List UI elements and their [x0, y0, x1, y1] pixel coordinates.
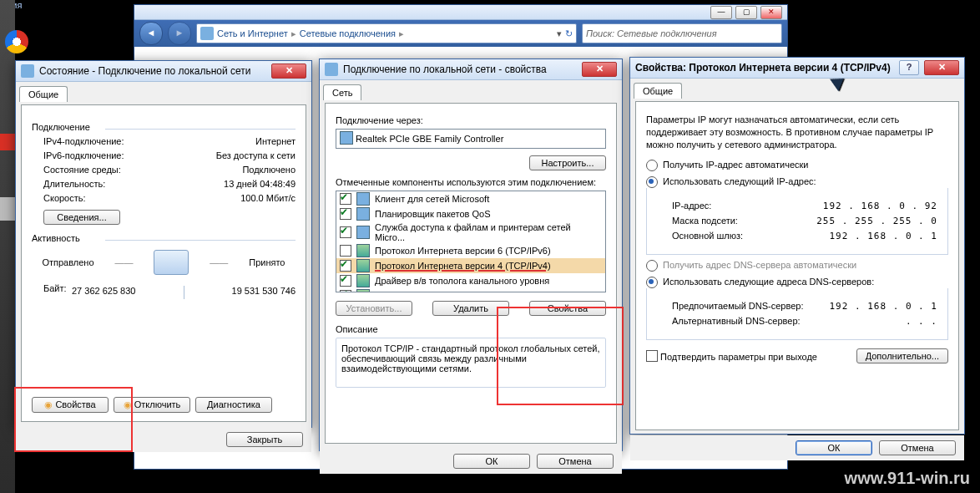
duration-value: 13 дней 04:48:49 [224, 179, 296, 189]
close-icon[interactable]: ✕ [271, 64, 306, 79]
checkbox[interactable] [340, 193, 351, 205]
desktop-left-strip [0, 0, 15, 493]
component-item[interactable]: Протокол Интернета версии 6 (TCP/IPv6) [336, 243, 605, 258]
search-input[interactable]: Поиск: Сетевые подключения [582, 23, 782, 43]
search-placeholder: Поиск: Сетевые подключения [586, 28, 717, 38]
ipv6-label: IPv6-подключение: [43, 150, 124, 160]
ipv4-intro-text: Параметры IP могут назначаться автоматич… [646, 114, 948, 151]
checkbox[interactable] [340, 245, 351, 257]
component-item[interactable]: Ответчик обнаружения топологии канальног… [336, 288, 605, 292]
breadcrumb-2[interactable]: Сетевые подключения [300, 28, 396, 38]
component-label: Драйвер в/в тополога канального уровня [375, 276, 549, 286]
dns-manual-radio[interactable]: Использовать следующие адреса DNS-сервер… [646, 277, 874, 287]
diagnostics-button[interactable]: Диагностика [195, 397, 272, 413]
sent-label: Отправлено [42, 257, 93, 267]
cancel-button[interactable]: Отмена [879, 440, 956, 455]
component-label: Протокол Интернета версии 4 (TCP/IPv4) [375, 261, 551, 271]
component-label: Планировщик пакетов QoS [375, 209, 491, 219]
ipv4-label: IPv4-подключение: [43, 136, 124, 146]
tab-general[interactable]: Общие [634, 83, 682, 99]
tab-general[interactable]: Общие [19, 86, 68, 102]
ip-value[interactable]: 192 . 168 . 0 . 92 [823, 201, 937, 211]
component-item[interactable]: Драйвер в/в тополога канального уровня [336, 273, 605, 288]
adapter-properties-dialog: Подключение по локальной сети - свойства… [319, 58, 623, 451]
close-button[interactable]: Закрыть [226, 432, 303, 447]
ipv4-title: Свойства: Протокол Интернета версии 4 (T… [635, 62, 894, 74]
ipv4-properties-dialog: Свойства: Протокол Интернета версии 4 (T… [629, 57, 965, 435]
ipv4-value: Интернет [255, 136, 296, 146]
component-item[interactable]: Планировщик пакетов QoS [336, 206, 605, 221]
dns2-label: Альтернативный DNS-сервер: [672, 316, 801, 326]
component-item[interactable]: Клиент для сетей Microsoft [336, 191, 605, 206]
gw-label: Основной шлюз: [672, 231, 743, 241]
component-icon [356, 244, 370, 257]
ip-auto-radio[interactable]: Получить IP-адрес автоматически [646, 160, 808, 170]
help-button[interactable]: ? [899, 60, 919, 75]
dns1-value[interactable]: 192 . 168 . 0 . 1 [829, 301, 937, 312]
component-icon [356, 289, 370, 292]
dns2-value[interactable]: . . . [906, 316, 937, 327]
components-label: Отмеченные компоненты используются этим … [336, 177, 606, 187]
network-icon [21, 64, 34, 78]
advanced-button[interactable]: Дополнительно... [856, 348, 948, 363]
component-icon [356, 207, 370, 221]
speed-value: 100.0 Мбит/с [240, 193, 296, 203]
component-icon [356, 259, 370, 272]
cancel-button[interactable]: Отмена [537, 454, 614, 469]
component-label: Протокол Интернета версии 6 (TCP/IPv6) [375, 246, 551, 256]
component-label: Клиент для сетей Microsoft [375, 194, 489, 204]
checkbox[interactable] [340, 275, 351, 287]
install-button[interactable]: Установить... [336, 301, 412, 316]
validate-checkbox[interactable]: Подтвердить параметры при выходе [646, 350, 817, 362]
ok-button[interactable]: ОК [453, 454, 530, 469]
minimize-button[interactable]: — [710, 6, 732, 19]
ok-button[interactable]: ОК [796, 440, 872, 455]
mask-label: Маска подсети: [672, 216, 738, 226]
chrome-icon[interactable] [5, 30, 28, 53]
component-item[interactable]: Служба доступа к файлам и принтерам сете… [336, 221, 605, 243]
component-icon [356, 192, 370, 206]
tab-network[interactable]: Сеть [323, 84, 361, 100]
connect-via-label: Подключение через: [336, 115, 606, 125]
network-icon [325, 63, 338, 76]
bytes-recv-value: 19 531 530 746 [232, 286, 296, 299]
component-item[interactable]: Протокол Интернета версии 4 (TCP/IPv4) [336, 258, 605, 273]
details-button[interactable]: Сведения... [43, 210, 120, 225]
checkbox[interactable] [340, 260, 351, 272]
adapter-field: Realtek PCIe GBE Family Controller [336, 129, 606, 149]
maximize-button[interactable]: ▢ [735, 6, 757, 19]
checkbox[interactable] [340, 290, 351, 292]
refresh-icon[interactable]: ↻ [565, 28, 573, 39]
media-value: Подключено [242, 165, 296, 175]
speed-label: Скорость: [43, 193, 86, 203]
close-icon[interactable]: ✕ [582, 62, 617, 77]
mask-value[interactable]: 255 . 255 . 255 . 0 [816, 216, 937, 226]
breadcrumb-1[interactable]: Сеть и Интернет [217, 28, 288, 38]
close-button[interactable]: ✕ [760, 6, 782, 19]
back-button[interactable]: ◄ [139, 22, 163, 45]
forward-button[interactable]: ► [168, 22, 191, 45]
address-bar[interactable]: Сеть и Интернет ▸ Сетевые подключения ▸ … [196, 23, 577, 43]
checkbox[interactable] [340, 226, 351, 238]
duration-label: Длительность: [43, 179, 105, 189]
component-icon [356, 226, 370, 239]
media-label: Состояние среды: [43, 165, 121, 175]
components-list[interactable]: Клиент для сетей MicrosoftПланировщик па… [336, 191, 606, 292]
component-label: Ответчик обнаружения топологии канальног… [375, 291, 602, 292]
bytes-label: Байт: [43, 283, 67, 293]
gw-value[interactable]: 192 . 168 . 0 . 1 [829, 231, 937, 241]
dns1-label: Предпочитаемый DNS-сервер: [672, 301, 803, 311]
activity-group-label: Активность [32, 233, 296, 243]
status-dialog: Состояние - Подключение по локальной сет… [15, 60, 312, 428]
dns-auto-radio: Получить адрес DNS-сервера автоматически [646, 260, 856, 270]
ip-manual-radio[interactable]: Использовать следующий IP-адрес: [646, 176, 816, 186]
configure-button[interactable]: Настроить... [529, 155, 606, 170]
ipv6-value: Без доступа к сети [216, 150, 296, 160]
dropdown-arrow-icon[interactable]: ▾ [557, 28, 562, 39]
checkbox[interactable] [340, 208, 351, 220]
connection-group-label: Подключение [32, 122, 296, 132]
component-icon [356, 274, 370, 287]
close-icon[interactable]: ✕ [924, 60, 959, 75]
ip-label: IP-адрес: [672, 201, 711, 211]
status-title: Состояние - Подключение по локальной сет… [39, 65, 266, 77]
